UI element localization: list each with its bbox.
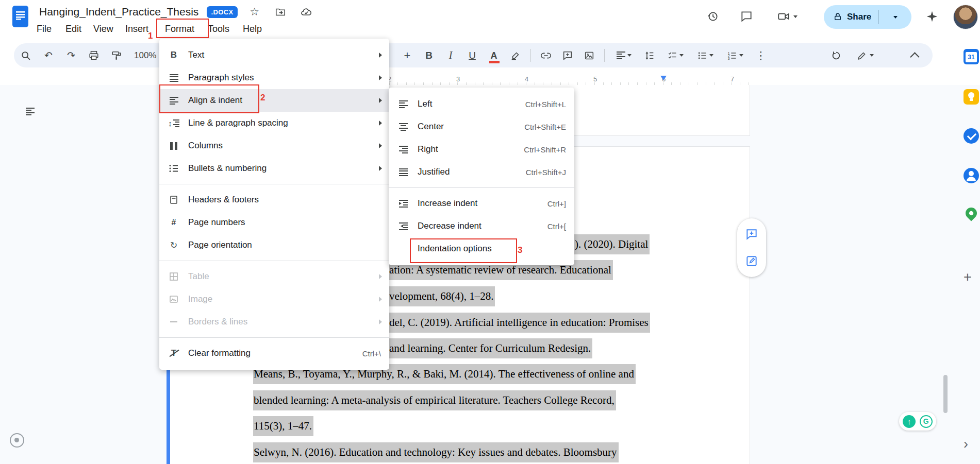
- menu-tools[interactable]: Tools: [203, 22, 234, 37]
- add-comment-button[interactable]: [741, 224, 762, 245]
- submenu-item-decrease-indent[interactable]: Decrease indent Ctrl+[: [389, 215, 574, 237]
- submenu-item-center[interactable]: Center Ctrl+Shift+E: [389, 115, 574, 138]
- image-icon: [159, 295, 188, 304]
- share-button[interactable]: Share: [824, 5, 911, 29]
- gemini-button[interactable]: [922, 6, 942, 27]
- highlight-color-button[interactable]: [506, 46, 525, 65]
- undo-button[interactable]: ↶: [39, 46, 58, 65]
- doc-text-line[interactable]: 115(3), 1–47.: [253, 413, 313, 439]
- hide-side-panel-button[interactable]: ›: [964, 436, 968, 452]
- more-options-button[interactable]: ⋮: [752, 46, 770, 65]
- open-comments-button[interactable]: [736, 6, 757, 27]
- format-menu-item-align-indent[interactable]: Align & indent: [159, 89, 389, 112]
- sidebar-contacts-button[interactable]: [964, 168, 979, 183]
- document-title[interactable]: Hanging_Indent_Practice_Thesis: [39, 6, 198, 18]
- menu-file[interactable]: File: [32, 22, 56, 37]
- document-status-button[interactable]: [297, 4, 315, 20]
- grammarly-icon[interactable]: G: [920, 415, 933, 428]
- redo-button[interactable]: ↷: [62, 46, 80, 65]
- editing-mode-button[interactable]: [852, 46, 878, 65]
- insert-comment-button[interactable]: [558, 46, 577, 65]
- more-vertical-icon: ⋮: [756, 49, 767, 62]
- paragraph-styles-icon: [159, 74, 188, 82]
- lock-icon: [833, 12, 842, 22]
- insert-link-button[interactable]: [537, 46, 555, 65]
- hide-menus-button[interactable]: [905, 46, 924, 65]
- vertical-scrollbar[interactable]: [943, 375, 948, 413]
- search-menus-button[interactable]: [16, 46, 35, 65]
- checklist-button[interactable]: [662, 46, 689, 65]
- print-button[interactable]: [85, 46, 103, 65]
- annotation-number-3: 3: [518, 245, 522, 255]
- ruler[interactable]: 2 3 4 5 6 7: [0, 74, 980, 85]
- menu-divider: [159, 184, 389, 184]
- format-menu-item-table: Table: [159, 265, 389, 288]
- format-menu-item-clear-formatting[interactable]: T Clear formatting Ctrl+\: [159, 342, 389, 365]
- doc-text-line[interactable]: blended learning: A meta-analysis of emp…: [253, 387, 616, 413]
- doc-text-line[interactable]: and learning. Center for Curriculum Rede…: [389, 335, 592, 361]
- menu-help[interactable]: Help: [238, 22, 267, 37]
- account-avatar[interactable]: [953, 5, 978, 29]
- submenu-item-justified[interactable]: Justified Ctrl+Shift+J: [389, 161, 574, 183]
- underline-button[interactable]: U: [463, 46, 481, 65]
- italic-button[interactable]: I: [441, 46, 460, 65]
- doc-text-line[interactable]: del, C. (2019). Artificial intelligence …: [389, 310, 650, 335]
- bold-button[interactable]: B: [420, 46, 438, 65]
- line-spacing-icon: [644, 50, 655, 61]
- star-button[interactable]: ☆: [246, 4, 263, 20]
- move-button[interactable]: [272, 4, 289, 20]
- format-menu-item-paragraph-styles[interactable]: Paragraph styles: [159, 66, 389, 89]
- doc-text-line[interactable]: Selwyn, N. (2016). Education and technol…: [253, 439, 619, 464]
- format-menu-item-page-orientation[interactable]: ↻ Page orientation: [159, 234, 389, 256]
- indent-marker[interactable]: [660, 76, 667, 80]
- format-menu-item-page-numbers[interactable]: # Page numbers: [159, 211, 389, 234]
- line-spacing-button[interactable]: [640, 46, 659, 65]
- submenu-item-left[interactable]: Left Ctrl+Shift+L: [389, 93, 574, 115]
- increase-indent-icon: [389, 200, 418, 208]
- submenu-item-increase-indent[interactable]: Increase indent Ctrl+]: [389, 192, 574, 215]
- share-dropdown-icon[interactable]: [893, 16, 898, 19]
- headers-footers-icon: [159, 195, 188, 204]
- submenu-item-indentation-options[interactable]: Indentation options: [389, 237, 574, 260]
- font-size-increase-button[interactable]: +: [398, 46, 417, 65]
- doc-text-line[interactable]: velopment, 68(4), 1–28.: [389, 283, 495, 309]
- doc-text: 115(3), 1–47.: [253, 416, 313, 436]
- chevron-up-icon: [910, 52, 919, 61]
- accessibility-button[interactable]: [10, 433, 24, 448]
- menu-view[interactable]: View: [89, 22, 118, 37]
- menu-divider: [389, 187, 574, 188]
- bulleted-list-button[interactable]: [692, 46, 719, 65]
- submenu-item-right[interactable]: Right Ctrl+Shift+R: [389, 138, 574, 161]
- doc-text-line[interactable]: ). (2020). Digital: [574, 231, 650, 257]
- sidebar-keep-button[interactable]: [964, 89, 979, 105]
- get-addons-button[interactable]: +: [964, 269, 972, 285]
- numbered-list-button[interactable]: 1 2 3: [722, 46, 749, 65]
- zoom-value: 100%: [134, 50, 156, 61]
- refresh-button[interactable]: [827, 46, 845, 65]
- show-document-outline-button[interactable]: [21, 102, 39, 121]
- text-color-button[interactable]: A: [485, 46, 503, 65]
- suggest-edits-button[interactable]: [741, 251, 762, 271]
- format-menu-item-bullets-numbering[interactable]: Bullets & numbering: [159, 157, 389, 180]
- format-menu-item-line-spacing[interactable]: ↕ Line & paragraph spacing: [159, 112, 389, 134]
- paint-format-button[interactable]: [107, 46, 126, 65]
- sidebar-tasks-button[interactable]: [964, 128, 979, 144]
- grammarly-assistant-icon[interactable]: ↑: [903, 415, 916, 428]
- share-label: Share: [847, 12, 871, 22]
- format-menu-item-headers-footers[interactable]: Headers & footers: [159, 188, 389, 211]
- meet-video-call-button[interactable]: [772, 6, 802, 27]
- insert-image-button[interactable]: [580, 46, 599, 65]
- version-history-button[interactable]: [702, 6, 723, 27]
- sidebar-maps-button[interactable]: [966, 208, 977, 219]
- docs-logo-icon[interactable]: [12, 6, 28, 27]
- format-menu-item-columns[interactable]: Columns: [159, 134, 389, 157]
- highlighter-icon: [510, 50, 521, 61]
- menu-format[interactable]: Format: [160, 22, 199, 37]
- menu-item-label: Left: [418, 99, 525, 109]
- format-menu-item-text[interactable]: B Text: [159, 44, 389, 66]
- sidebar-calendar-button[interactable]: 31: [964, 49, 979, 64]
- pencil-icon: [856, 50, 868, 61]
- align-button[interactable]: [610, 46, 637, 65]
- text-color-icon: A: [491, 51, 497, 60]
- menu-edit[interactable]: Edit: [61, 22, 86, 37]
